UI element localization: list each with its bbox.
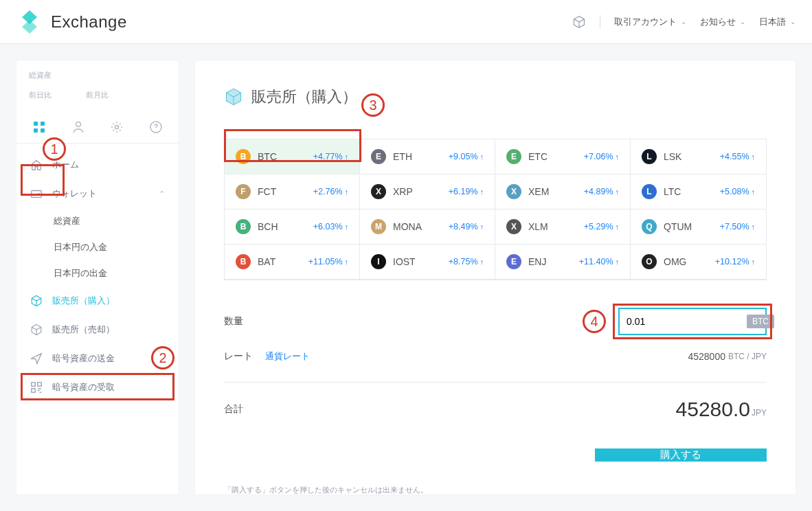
coin-cell-xlm[interactable]: XXLM+5.29%↑ [495,209,631,245]
coin-cell-bat[interactable]: BBAT+11.05%↑ [225,245,360,280]
arrow-up-icon: ↑ [752,258,756,266]
sidebar: 総資産 前日比 前月比 1 ホーム [16,60,179,495]
coin-cell-qtum[interactable]: QQTUM+7.50%↑ [631,209,766,245]
coin-cell-ltc[interactable]: LLTC+5.08%↑ [631,174,766,209]
sidebar-item-wallet[interactable]: ウォレット ⌃ [16,179,179,208]
annotation-number-3: 3 [361,93,385,117]
svg-marker-1 [22,20,37,34]
coin-change: +5.29%↑ [584,222,619,231]
brand: Exchange [16,9,127,35]
arrow-up-icon: ↑ [480,152,484,161]
btc-icon: B [236,149,251,164]
etc-icon: E [506,149,521,164]
coin-change: +10.12%↑ [715,257,755,266]
chevron-up-icon: ⌃ [159,190,165,198]
sidebar-item-buy[interactable]: 販売所（購入） [16,286,179,315]
quantity-input[interactable] [627,316,747,327]
sidebar-item-receive[interactable]: 暗号資産の受取 [16,373,179,402]
total-row: 合計 45280.0 JPY [224,398,767,421]
sidebar-item-label: 暗号資産の送金 [52,352,115,365]
arrow-up-icon: ↑ [345,188,349,196]
header-cube-icon[interactable] [572,15,586,29]
coin-change: +2.76%↑ [313,187,348,196]
coin-cell-eth[interactable]: EETH+9.05%↑ [360,139,495,174]
wallet-icon [30,188,43,200]
coin-symbol: XLM [528,221,577,232]
coin-cell-xrp[interactable]: XXRP+6.19%↑ [360,174,495,209]
coin-symbol: ETC [528,151,577,162]
prev-month-label: 前月比 [86,90,109,100]
sidebar-tab-settings[interactable] [109,120,124,135]
coin-cell-bch[interactable]: BBCH+6.03%↑ [225,209,360,245]
account-menu[interactable]: 取引アカウント ⌄ [614,16,686,28]
rate-link[interactable]: 通貨レート [265,350,310,363]
sidebar-item-home[interactable]: ホーム [16,150,179,179]
brand-name: Exchange [51,12,127,32]
coin-cell-btc[interactable]: BBTC+4.77%↑ [225,139,360,174]
coin-change: +4.89%↑ [584,187,619,196]
sidebar-item-label: 販売所（売却） [52,323,115,336]
qtum-icon: Q [642,219,657,234]
sidebar-tab-apps[interactable] [32,120,47,135]
main-panel: 販売所（購入） 3 BBTC+4.77%↑EETH+9.05%↑EETC+7.0… [195,60,796,495]
sidebar-sub-withdraw[interactable]: 日本円の出金 [16,260,179,286]
arrow-up-icon: ↑ [480,258,484,266]
arrow-up-icon: ↑ [616,152,620,161]
sidebar-item-label: 暗号資産の受取 [52,381,115,394]
coin-change: +7.50%↑ [720,222,755,231]
sidebar-item-sell[interactable]: 販売所（売却） [16,315,179,344]
rate-row: レート 通貨レート 4528000 BTC / JPY [224,350,767,363]
total-unit: JPY [752,408,767,421]
coin-cell-lsk[interactable]: LLSK+4.55%↑ [631,139,766,174]
coin-symbol: LSK [664,151,713,162]
cube-icon [30,323,43,336]
coin-cell-xem[interactable]: XXEM+4.89%↑ [495,174,631,209]
ltc-icon: L [642,184,657,199]
coin-cell-enj[interactable]: EENJ+11.40%↑ [495,245,631,280]
rate-pair: BTC / JPY [728,352,767,361]
omg-icon: O [642,254,657,269]
arrow-up-icon: ↑ [345,152,349,161]
sidebar-tab-user[interactable] [71,120,86,135]
coin-cell-etc[interactable]: EETC+7.06%↑ [495,139,631,174]
page-title-text: 販売所（購入） [251,87,357,107]
coin-cell-omg[interactable]: OOMG+10.12%↑ [631,245,766,280]
annotation-number-4: 4 [583,310,606,333]
arrow-up-icon: ↑ [345,223,349,231]
qty-input-wrap: BTC [618,308,767,335]
coin-change: +6.03%↑ [313,222,348,231]
coin-change: +8.49%↑ [449,222,484,231]
coin-cell-mona[interactable]: MMONA+8.49%↑ [360,209,495,245]
coin-change: +11.40%↑ [579,257,619,266]
coin-cell-iost[interactable]: IIOST+8.75%↑ [360,245,495,280]
sidebar-item-label: ウォレット [52,188,97,200]
svg-point-10 [38,194,40,195]
rate-value: 4528000 [688,351,725,362]
coin-symbol: IOST [393,256,442,267]
send-icon [30,352,43,365]
coin-cell-fct[interactable]: FFCT+2.76%↑ [225,174,360,209]
sidebar-tab-help[interactable] [148,120,163,135]
coin-change: +4.55%↑ [720,152,755,161]
coin-symbol: BTC [258,151,306,162]
sidebar-nav: ホーム ウォレット ⌃ 総資産 日本円の入金 日本円の出金 2 販売所（購入） … [16,144,179,409]
svg-rect-5 [41,128,45,133]
svg-point-6 [76,122,80,127]
svg-rect-4 [34,128,38,133]
sidebar-sub-assets[interactable]: 総資産 [16,208,179,234]
prev-day-label: 前日比 [29,90,52,100]
qty-unit-badge: BTC [747,315,774,328]
lang-menu[interactable]: 日本語 ⌄ [759,16,796,28]
cube-icon [30,295,43,307]
sidebar-item-label: ホーム [52,159,79,171]
sidebar-item-send[interactable]: 暗号資産の送金 [16,344,179,373]
notice-menu[interactable]: お知らせ ⌄ [700,16,745,28]
separator [600,15,600,29]
sidebar-sub-deposit[interactable]: 日本円の入金 [16,234,179,260]
sidebar-item-label: 販売所（購入） [52,295,115,307]
arrow-up-icon: ↑ [752,152,756,161]
buy-button[interactable]: 購入する [595,448,767,462]
coin-change: +6.19%↑ [449,187,484,196]
coin-symbol: LTC [664,186,713,197]
coin-symbol: QTUM [664,221,713,232]
